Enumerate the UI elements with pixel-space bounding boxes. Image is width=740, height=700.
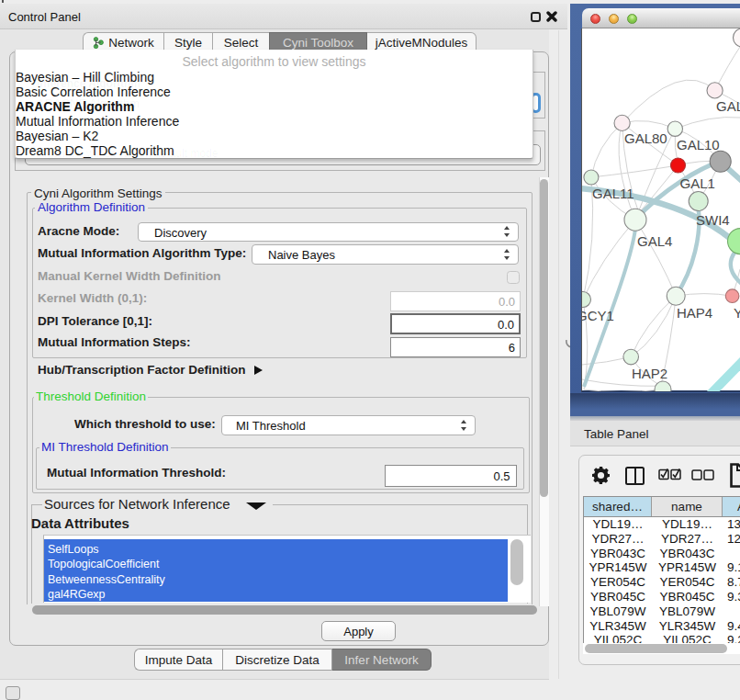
svg-text:GAL4: GAL4 <box>637 233 672 249</box>
svg-text:Y: Y <box>734 305 740 321</box>
svg-text:GAL: GAL <box>716 98 740 114</box>
svg-text:GAL11: GAL11 <box>592 186 634 201</box>
svg-text:HAP2: HAP2 <box>632 366 667 381</box>
svg-text:SWI4: SWI4 <box>696 212 730 228</box>
svg-text:GAL1: GAL1 <box>680 175 715 191</box>
svg-text:GCY1: GCY1 <box>582 308 614 323</box>
svg-text:HAP4: HAP4 <box>677 305 712 321</box>
svg-text:GAL10: GAL10 <box>677 137 720 152</box>
svg-text:GAL80: GAL80 <box>624 130 667 146</box>
